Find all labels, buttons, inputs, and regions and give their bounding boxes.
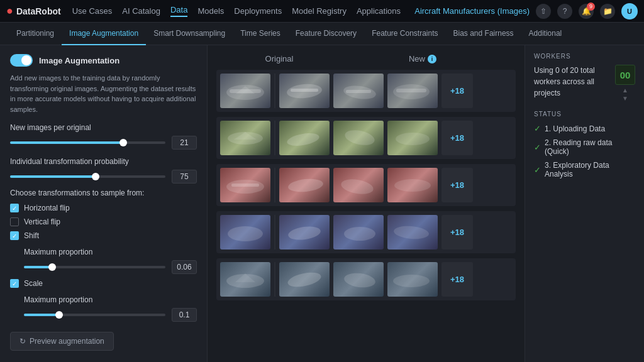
choose-transform-label: Choose transformations to sample from: — [10, 189, 197, 197]
nav-ai-catalog[interactable]: AI Catalog — [122, 6, 160, 16]
svg-point-18 — [394, 179, 431, 192]
new-image-2b — [333, 121, 384, 155]
scale-checkbox[interactable]: ✓ — [10, 279, 19, 288]
nav-use-cases[interactable]: Use Cases — [72, 6, 113, 16]
status-text-1: 1. Uploading Data — [545, 124, 605, 133]
logo: ● DataRobot — [6, 4, 61, 18]
divider-line — [274, 168, 275, 202]
svg-point-20 — [287, 224, 321, 241]
tab-feature-discovery[interactable]: Feature Discovery — [288, 23, 364, 45]
new-images-track[interactable] — [10, 141, 165, 144]
svg-rect-8 — [396, 89, 426, 92]
main-content: Image Augmentation Add new images to the… — [0, 45, 644, 362]
original-image-5 — [220, 262, 270, 297]
share-icon: ⇧ — [540, 7, 547, 16]
more-images-2: +18 — [441, 121, 473, 155]
image-header: Original New i — [216, 54, 516, 63]
augmentation-title: Image Augmentation — [39, 56, 119, 65]
original-image-1 — [220, 74, 270, 108]
divider-line — [274, 74, 275, 108]
nav-model-registry[interactable]: Model Registry — [292, 6, 347, 16]
transformation-fill — [10, 175, 96, 178]
status-text-2: 2. Reading raw data (Quick) — [545, 138, 635, 156]
nav-applications[interactable]: Applications — [357, 6, 401, 16]
scale-row: ✓ Scale — [10, 279, 197, 288]
new-images-value[interactable]: 21 — [172, 136, 197, 150]
svg-point-12 — [343, 128, 376, 147]
vertical-flip-checkbox[interactable] — [10, 217, 19, 226]
topnav-links: Use Cases AI Catalog Data Models Deploym… — [72, 5, 401, 17]
checkmark-icon: ✓ — [12, 280, 17, 287]
tab-time-series[interactable]: Time Series — [233, 23, 288, 45]
more-images-1: +18 — [441, 74, 473, 108]
shift-checkbox[interactable]: ✓ — [10, 231, 19, 240]
project-name[interactable]: Aircraft Manufacturers (Images) — [414, 6, 530, 16]
tab-smart-downsampling[interactable]: Smart Downsampling — [146, 23, 233, 45]
logo-text: DataRobot — [16, 6, 61, 16]
check-icon-1: ✓ — [534, 124, 541, 133]
transformation-thumb[interactable] — [92, 173, 99, 180]
new-image-3c — [387, 168, 438, 202]
tab-image-augmentation[interactable]: Image Augmentation — [62, 23, 146, 45]
chevron-up-icon: ▲ — [622, 87, 628, 94]
tab-additional[interactable]: Additional — [521, 23, 570, 45]
svg-point-17 — [340, 177, 374, 197]
scale-max-fill — [24, 314, 59, 316]
shift-label: Shift — [24, 231, 39, 240]
svg-point-22 — [393, 225, 430, 241]
tab-feature-constraints[interactable]: Feature Constraints — [364, 23, 445, 45]
nav-deployments[interactable]: Deployments — [234, 6, 282, 16]
scale-max-slider-row: 0.1 — [24, 308, 197, 322]
scale-max-value[interactable]: 0.1 — [172, 308, 197, 322]
nav-models[interactable]: Models — [197, 6, 224, 16]
shift-max-control: Maximum proportion 0.06 — [10, 248, 197, 274]
new-images-thumb[interactable] — [119, 139, 127, 146]
horizontal-flip-checkbox[interactable]: ✓ — [10, 204, 19, 212]
more-images-4: +18 — [441, 215, 473, 250]
transformation-track[interactable] — [10, 175, 165, 178]
notification-icon-btn[interactable]: 🔔 9 — [579, 4, 594, 19]
new-image-4a — [279, 215, 330, 250]
right-panel: WORKERS Using 0 of 20 total workers acro… — [525, 45, 644, 362]
share-icon-btn[interactable]: ⇧ — [536, 4, 551, 19]
chevron-down-icon: ▼ — [622, 95, 628, 102]
new-header-label: New — [409, 54, 425, 63]
workers-chevron[interactable]: ▲ ▼ — [622, 87, 628, 102]
nav-data[interactable]: Data — [170, 5, 187, 17]
svg-point-16 — [287, 177, 324, 194]
transformation-label: Individual transformation probability — [10, 157, 197, 166]
scale-max-thumb[interactable] — [55, 311, 63, 319]
folder-icon-btn[interactable]: 📁 — [600, 4, 615, 19]
new-image-1c — [387, 74, 438, 108]
new-images-label: New images per original — [10, 123, 197, 132]
notification-badge: 9 — [587, 3, 595, 11]
new-image-3b — [333, 168, 384, 202]
shift-max-value[interactable]: 0.06 — [172, 260, 197, 274]
new-image-2c — [387, 121, 438, 155]
svg-point-21 — [344, 227, 375, 241]
original-image-2 — [220, 121, 270, 155]
transformation-slider-row: 75 — [10, 170, 197, 184]
scale-max-track[interactable] — [24, 314, 165, 316]
svg-rect-15 — [231, 184, 259, 187]
image-row: +18 — [216, 117, 516, 159]
tab-partitioning[interactable]: Partitioning — [9, 23, 62, 45]
user-avatar[interactable]: U — [621, 3, 638, 19]
status-item-1: ✓ 1. Uploading Data — [534, 124, 635, 133]
new-image-1a — [279, 74, 330, 108]
help-icon-btn[interactable]: ? — [557, 4, 572, 19]
svg-rect-4 — [291, 89, 318, 92]
new-image-5c — [387, 262, 438, 297]
shift-max-thumb[interactable] — [48, 263, 56, 271]
status-item-3: ✓ 3. Exploratory Data Analysis — [534, 161, 635, 178]
tab-bias-fairness[interactable]: Bias and Fairness — [446, 23, 521, 45]
shift-max-track[interactable] — [24, 266, 165, 268]
preview-augmentation-button[interactable]: ↻ Preview augmentation — [10, 332, 114, 351]
new-images-fill — [10, 141, 123, 144]
info-icon[interactable]: i — [428, 55, 436, 63]
new-image-2a — [279, 121, 330, 155]
transformation-value[interactable]: 75 — [172, 170, 197, 184]
original-image-4 — [220, 215, 270, 250]
augmentation-toggle[interactable] — [10, 54, 33, 67]
new-header: New i — [336, 54, 509, 63]
